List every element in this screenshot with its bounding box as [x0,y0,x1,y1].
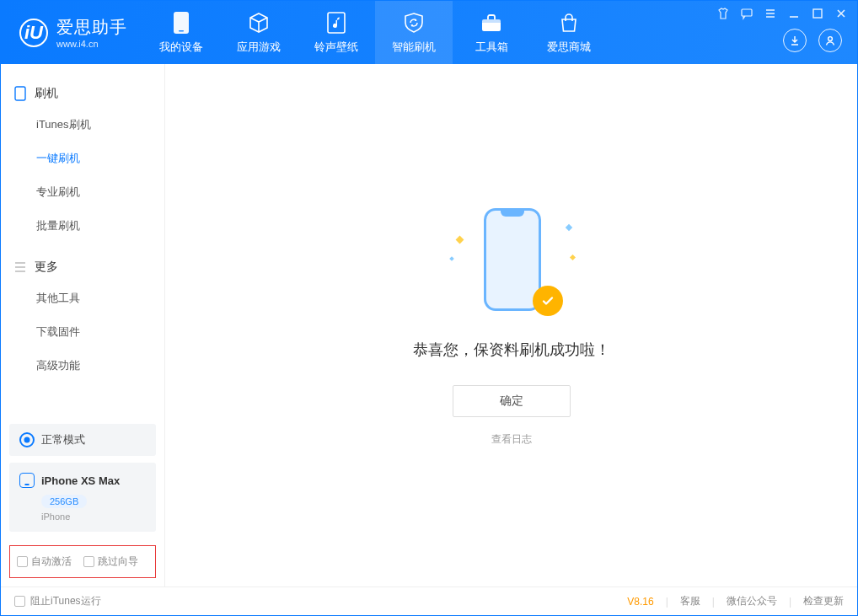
sidebar-item-batch-flash[interactable]: 批量刷机 [1,209,164,243]
svg-rect-8 [15,87,25,100]
block-itunes-label: 阻止iTunes运行 [30,594,101,608]
statusbar-right: V8.16 | 客服 | 微信公众号 | 检查更新 [627,594,844,608]
sidebar-group-label: 刷机 [35,86,58,101]
svg-point-7 [829,37,833,41]
sidebar-group-header[interactable]: 刷机 [1,79,164,108]
sparkle-icon [455,235,464,244]
refresh-shield-icon [402,11,426,35]
cube-icon [247,11,271,35]
svg-rect-1 [179,30,184,32]
nav-label: 爱思商城 [547,40,591,55]
sidebar-group-header[interactable]: 更多 [1,253,164,281]
checkbox-icon [83,556,94,567]
view-log-link[interactable]: 查看日志 [491,432,532,447]
sidebar-item-advanced[interactable]: 高级功能 [1,349,164,383]
window-controls-row1 [716,6,849,21]
main-content: 恭喜您，保资料刷机成功啦！ 确定 查看日志 [165,64,857,587]
nav-my-device[interactable]: 我的设备 [142,1,220,64]
phone-icon [19,473,35,488]
success-message: 恭喜您，保资料刷机成功啦！ [413,340,610,360]
block-itunes-checkbox[interactable]: 阻止iTunes运行 [14,594,101,608]
close-icon[interactable] [834,6,849,21]
wechat-link[interactable]: 微信公众号 [727,594,777,608]
device-card[interactable]: iPhone XS Max 256GB iPhone [9,463,156,532]
minimize-icon[interactable] [786,6,802,21]
check-badge-icon [533,286,563,316]
sparkle-icon [449,256,454,261]
menu-icon[interactable] [763,6,778,21]
top-nav: 我的设备 应用游戏 铃声壁纸 智能刷机 [142,1,608,64]
sidebar-group-flash: 刷机 iTunes刷机 一键刷机 专业刷机 批量刷机 [1,79,164,243]
opt-label: 自动激活 [31,554,72,569]
titlebar: iU 爱思助手 www.i4.cn 我的设备 应用游戏 [1,1,857,64]
sidebar: 刷机 iTunes刷机 一键刷机 专业刷机 批量刷机 更多 其他工具 下载固件 … [1,64,165,587]
phone-illustration-icon [484,208,541,311]
nav-label: 铃声壁纸 [314,40,358,55]
app-window: iU 爱思助手 www.i4.cn 我的设备 应用游戏 [0,0,858,616]
nav-store[interactable]: 爱思商城 [530,1,608,64]
nav-toolbox[interactable]: 工具箱 [453,1,530,64]
check-update-link[interactable]: 检查更新 [803,594,844,608]
feedback-icon[interactable] [739,6,754,21]
separator: | [712,596,715,608]
list-icon [13,260,28,275]
statusbar-left: 阻止iTunes运行 [14,594,101,608]
device-type: iPhone [41,512,146,522]
logo-icon: iU [19,19,48,47]
separator: | [666,596,668,608]
statusbar: 阻止iTunes运行 V8.16 | 客服 | 微信公众号 | 检查更新 [1,587,857,615]
download-button[interactable] [783,29,807,52]
toolbox-icon [480,11,503,35]
checkbox-icon [17,556,28,567]
sidebar-item-oneclick-flash[interactable]: 一键刷机 [1,142,164,175]
sidebar-item-pro-flash[interactable]: 专业刷机 [1,175,164,209]
checkbox-icon [14,596,25,607]
phone-icon [169,11,193,35]
status-dot-icon [19,432,35,447]
nav-label: 我的设备 [159,40,203,55]
nav-apps[interactable]: 应用游戏 [220,1,298,64]
sidebar-item-download-firmware[interactable]: 下载固件 [1,315,164,349]
sidebar-item-itunes-flash[interactable]: iTunes刷机 [1,108,164,142]
svg-rect-5 [742,9,752,16]
brand-url: www.i4.cn [56,39,127,49]
nav-ringtones[interactable]: 铃声壁纸 [298,1,375,64]
nav-label: 应用游戏 [237,40,281,55]
flash-options-highlighted: 自动激活 跳过向导 [9,545,156,578]
bag-icon [557,11,581,35]
sparkle-icon [565,223,571,230]
window-controls-row2 [783,29,842,52]
brand-name: 爱思助手 [56,16,127,39]
opt-skip-wizard[interactable]: 跳过向导 [83,554,138,569]
music-file-icon [324,11,348,35]
ok-button[interactable]: 确定 [453,385,571,417]
tshirt-icon[interactable] [716,6,731,21]
maximize-icon[interactable] [810,6,825,21]
sidebar-item-other-tools[interactable]: 其他工具 [1,281,164,315]
separator: | [789,596,791,608]
device-name: iPhone XS Max [41,474,120,487]
sidebar-group-more: 更多 其他工具 下载固件 高级功能 [1,253,164,383]
nav-label: 智能刷机 [392,40,436,55]
logo-text: 爱思助手 www.i4.cn [56,16,127,49]
svg-rect-4 [482,19,501,23]
status-label: 正常模式 [41,432,85,447]
sidebar-group-label: 更多 [35,260,58,275]
device-icon [13,86,28,101]
logo[interactable]: iU 爱思助手 www.i4.cn [1,16,142,49]
opt-auto-activate[interactable]: 自动激活 [17,554,72,569]
account-button[interactable] [818,29,842,52]
storage-badge: 256GB [41,495,87,508]
sidebar-scroll: 刷机 iTunes刷机 一键刷机 专业刷机 批量刷机 更多 其他工具 下载固件 … [1,64,164,417]
nav-flash[interactable]: 智能刷机 [375,1,453,64]
body: 刷机 iTunes刷机 一键刷机 专业刷机 批量刷机 更多 其他工具 下载固件 … [1,64,857,587]
success-illustration [448,205,575,323]
nav-label: 工具箱 [475,40,508,55]
support-link[interactable]: 客服 [680,594,700,608]
device-mode-status[interactable]: 正常模式 [9,424,156,456]
sparkle-icon [569,254,575,260]
opt-label: 跳过向导 [98,554,138,569]
svg-rect-6 [813,9,822,18]
version-label: V8.16 [627,596,653,608]
